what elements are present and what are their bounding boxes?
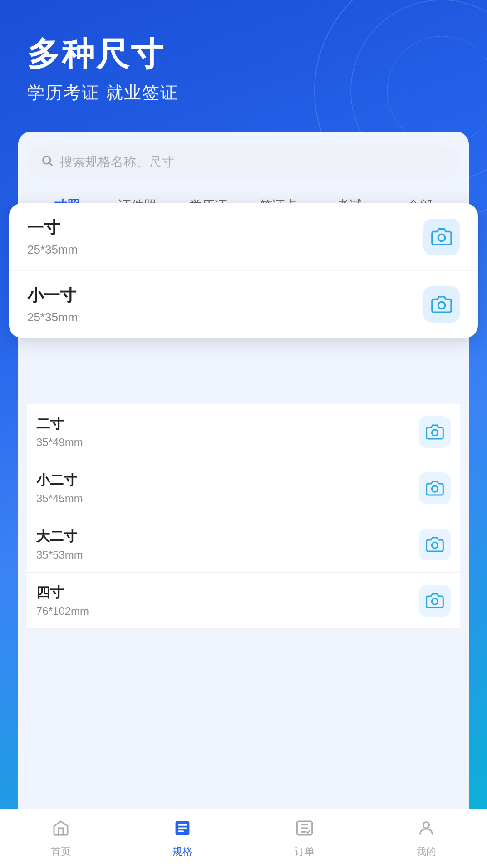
hero-title: 多种尺寸 bbox=[27, 36, 460, 72]
spec-icon bbox=[173, 819, 192, 841]
nav-item-order[interactable]: 订单 bbox=[244, 812, 365, 866]
svg-line-4 bbox=[49, 163, 52, 165]
camera-button-xiao-ercun[interactable] bbox=[419, 472, 451, 504]
home-icon bbox=[52, 819, 70, 841]
camera-button-yicun[interactable] bbox=[423, 219, 460, 255]
item-size-xiao-ercun: 35*45mm bbox=[36, 492, 83, 505]
item-name-da-ercun: 大二寸 bbox=[36, 527, 83, 546]
hero-subtitle: 学历考证 就业签证 bbox=[27, 81, 460, 104]
floating-size-yicun: 25*35mm bbox=[27, 243, 78, 257]
camera-button-ercun[interactable] bbox=[419, 416, 451, 448]
floating-name-xiao-yicun: 小一寸 bbox=[27, 284, 78, 307]
order-icon bbox=[295, 819, 314, 841]
nav-label-order: 订单 bbox=[295, 845, 315, 858]
list-item-xiao-ercun[interactable]: 小二寸 35*45mm bbox=[27, 460, 460, 516]
nav-label-spec: 规格 bbox=[172, 845, 192, 858]
floating-card: 一寸 25*35mm 小一寸 25*35mm bbox=[9, 203, 478, 338]
svg-point-8 bbox=[432, 430, 438, 436]
floating-size-xiao-yicun: 25*35mm bbox=[27, 310, 78, 324]
nav-label-home: 首页 bbox=[51, 845, 71, 858]
camera-button-sicun[interactable] bbox=[419, 585, 451, 617]
item-size-ercun: 35*49mm bbox=[36, 436, 83, 449]
camera-button-da-ercun[interactable] bbox=[419, 529, 451, 560]
main-card: 搜索规格名称、尺寸 寸照 证件照 学历证 签证卡 考试 全部 一寸 25*35m… bbox=[18, 132, 469, 812]
svg-point-6 bbox=[438, 234, 445, 241]
nav-item-mine[interactable]: 我的 bbox=[365, 812, 487, 866]
item-name-sicun: 四寸 bbox=[36, 584, 89, 602]
camera-button-xiao-yicun[interactable] bbox=[423, 286, 460, 323]
item-name-ercun: 二寸 bbox=[36, 415, 83, 433]
bottom-nav: 首页 规格 订单 我的 bbox=[0, 809, 487, 868]
nav-item-home[interactable]: 首页 bbox=[0, 812, 122, 866]
list-item-ercun[interactable]: 二寸 35*49mm bbox=[27, 404, 460, 460]
item-size-da-ercun: 35*53mm bbox=[36, 549, 83, 561]
item-name-xiao-ercun: 小二寸 bbox=[36, 471, 83, 490]
floating-item-yicun[interactable]: 一寸 25*35mm bbox=[9, 203, 478, 271]
nav-label-mine: 我的 bbox=[416, 845, 436, 858]
nav-item-spec[interactable]: 规格 bbox=[122, 812, 243, 866]
hero-section: 多种尺寸 学历考证 就业签证 bbox=[0, 0, 487, 123]
floating-name-yicun: 一寸 bbox=[27, 217, 78, 239]
floating-item-xiao-yicun[interactable]: 小一寸 25*35mm bbox=[9, 271, 478, 338]
svg-point-10 bbox=[432, 542, 438, 548]
list-item-da-ercun[interactable]: 大二寸 35*53mm bbox=[27, 516, 460, 573]
list-item-sicun[interactable]: 四寸 76*102mm bbox=[27, 573, 460, 629]
svg-point-11 bbox=[432, 598, 438, 604]
search-icon bbox=[41, 154, 54, 170]
search-input[interactable]: 搜索规格名称、尺寸 bbox=[60, 153, 174, 171]
mine-icon bbox=[417, 819, 435, 841]
svg-point-9 bbox=[432, 486, 438, 492]
item-size-sicun: 76*102mm bbox=[36, 605, 89, 618]
svg-point-7 bbox=[438, 302, 445, 309]
search-bar[interactable]: 搜索规格名称、尺寸 bbox=[27, 145, 460, 179]
svg-point-17 bbox=[423, 822, 429, 828]
